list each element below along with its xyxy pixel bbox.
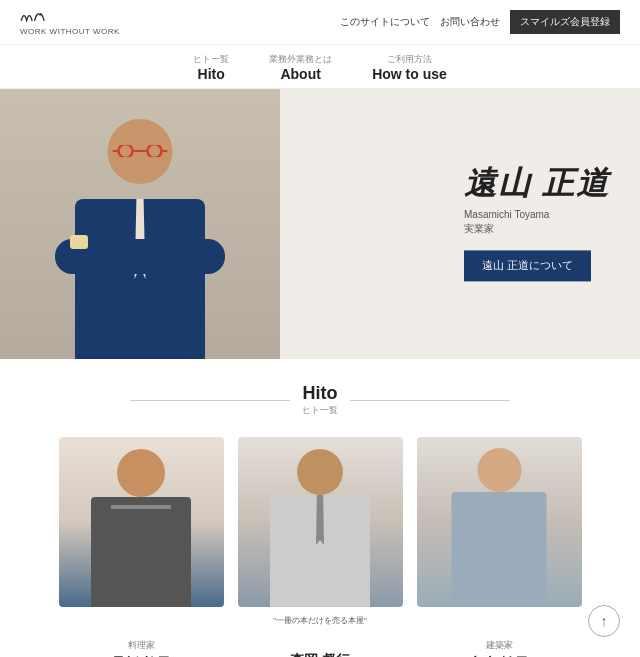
hito-section: Hito ヒト一覧 料理家 桑折 敦子 M	[0, 359, 640, 657]
hero-person-title: 実業家	[464, 223, 610, 237]
card-role-3: 建築家	[417, 639, 582, 652]
section-title-en: Hito	[302, 383, 338, 404]
card-image-1	[59, 437, 224, 607]
cf-body-1	[91, 497, 191, 607]
cf-head-2	[297, 449, 343, 495]
cf-head-1	[117, 449, 165, 497]
section-line-right	[350, 400, 510, 401]
person-card-1: 料理家 桑折 敦子 More	[59, 437, 224, 657]
card-image-2	[238, 437, 403, 607]
glasses-icon	[113, 145, 168, 157]
hero-person-bg	[0, 89, 280, 359]
logo-icon	[20, 8, 60, 26]
header: WORK WITHOUT WORK このサイトについて お問い合わせ スマイルズ…	[0, 0, 640, 45]
svg-point-1	[148, 145, 162, 157]
register-button[interactable]: スマイルズ会員登録	[510, 10, 620, 34]
hero-content: 遠山 正道 Masamichi Toyama 実業家 遠山 正道について	[464, 166, 610, 281]
nav-sub-howtouse: ご利用方法	[372, 53, 447, 66]
person-cards: 料理家 桑折 敦子 More "一冊の本だけを売る本屋" 森岡 督行 More	[20, 437, 620, 657]
person-watch	[70, 235, 88, 249]
section-title-ja: ヒト一覧	[302, 404, 338, 417]
section-header: Hito ヒト一覧	[20, 383, 620, 417]
card-name-2: 森岡 督行	[238, 652, 403, 657]
scroll-top-button[interactable]: ↑	[588, 605, 620, 637]
logo[interactable]: WORK WITHOUT WORK	[20, 8, 120, 36]
card-role-1: 料理家	[59, 639, 224, 652]
hero-name-en: Masamichi Toyama	[464, 210, 610, 221]
card-quote-1	[59, 615, 224, 631]
card-figure-3	[452, 448, 547, 607]
person-figure	[30, 99, 250, 359]
scroll-top-icon: ↑	[601, 613, 608, 629]
cf-head-3	[477, 448, 521, 492]
nav-sub-hito: ヒト一覧	[193, 53, 229, 66]
card-quote-2: "一冊の本だけを売る本屋"	[238, 615, 403, 631]
header-right: このサイトについて お問い合わせ スマイルズ会員登録	[340, 10, 620, 34]
cf-body-2	[270, 495, 370, 607]
person-card-3: 建築家 永山 祐子 More	[417, 437, 582, 657]
card-figure-1	[91, 449, 191, 607]
card-figure-2	[270, 449, 370, 607]
hero-detail-button[interactable]: 遠山 正道について	[464, 251, 591, 282]
cf-body-3	[452, 492, 547, 607]
about-site-link[interactable]: このサイトについて	[340, 15, 430, 29]
nav-sub-about: 業務外業務とは	[269, 53, 332, 66]
nav-main-howtouse: How to use	[372, 66, 447, 82]
nav-item-howtouse[interactable]: ご利用方法 How to use	[372, 53, 447, 82]
hero-signature: 遠山 正道	[464, 166, 610, 201]
section-title-block: Hito ヒト一覧	[302, 383, 338, 417]
hero-section: 遠山 正道 Masamichi Toyama 実業家 遠山 正道について	[0, 89, 640, 359]
main-nav: ヒト一覧 Hito 業務外業務とは About ご利用方法 How to use	[0, 45, 640, 89]
person-card-2: "一冊の本だけを売る本屋" 森岡 督行 More	[238, 437, 403, 657]
nav-item-about[interactable]: 業務外業務とは About	[269, 53, 332, 82]
nav-main-hito: Hito	[193, 66, 229, 82]
card-image-3	[417, 437, 582, 607]
nav-main-about: About	[269, 66, 332, 82]
svg-point-0	[119, 145, 133, 157]
card-quote-3	[417, 615, 582, 631]
contact-link[interactable]: お問い合わせ	[440, 15, 500, 29]
card-role-2	[238, 639, 403, 649]
logo-tagline: WORK WITHOUT WORK	[20, 27, 120, 36]
hero-image	[0, 89, 280, 359]
nav-item-hito[interactable]: ヒト一覧 Hito	[193, 53, 229, 82]
person-body	[75, 199, 205, 359]
section-line-left	[130, 400, 290, 401]
